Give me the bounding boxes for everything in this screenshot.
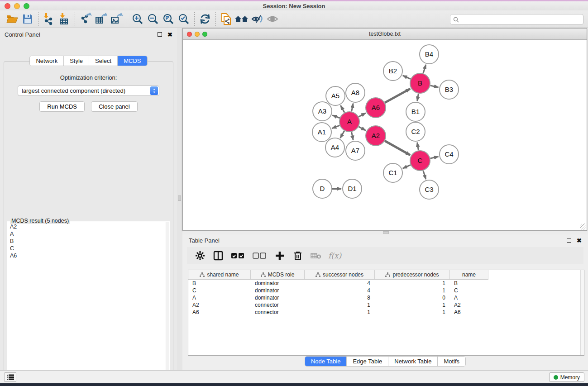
hide-details-icon[interactable]: [249, 12, 265, 26]
edge-B-B2[interactable]: [403, 76, 411, 79]
table-row[interactable]: Adominator80A: [188, 294, 488, 301]
table-row[interactable]: Bdominator41B: [188, 280, 488, 287]
column-header-successor-nodes[interactable]: successor nodes: [305, 270, 375, 279]
tab-mcds[interactable]: MCDS: [118, 56, 147, 66]
edge-C-C3[interactable]: [423, 171, 426, 179]
export-image-icon[interactable]: [109, 12, 124, 26]
zoom-fit-icon[interactable]: [161, 12, 176, 26]
edge-C-C4[interactable]: [430, 157, 438, 158]
zoom-selected-icon[interactable]: [176, 12, 191, 26]
edge-C-C2[interactable]: [417, 143, 419, 151]
mcds-result-item[interactable]: A6: [10, 252, 166, 259]
vertical-split-divider[interactable]: [177, 28, 182, 370]
edge-A-A2[interactable]: [359, 127, 366, 130]
graph-node-C1[interactable]: C1: [383, 163, 402, 182]
zoom-in-icon[interactable]: [130, 12, 145, 26]
edge-A-A5[interactable]: [340, 105, 344, 113]
table-scrollbar[interactable]: [580, 270, 584, 355]
graph-node-B3[interactable]: B3: [440, 80, 459, 99]
delete-table-icon[interactable]: [310, 250, 322, 262]
graph-node-A2[interactable]: A2: [366, 126, 386, 146]
tab-network[interactable]: Network: [30, 56, 64, 66]
graph-node-A3[interactable]: A3: [313, 102, 332, 121]
edge-A-A4[interactable]: [340, 131, 344, 138]
tab-style[interactable]: Style: [64, 56, 89, 66]
task-history-button[interactable]: [5, 372, 16, 382]
graph-node-B2[interactable]: B2: [383, 62, 402, 81]
table-row[interactable]: Cdominator41C: [188, 287, 488, 294]
graph-node-A8[interactable]: A8: [346, 83, 365, 102]
edge-A-A8[interactable]: [352, 104, 354, 112]
zoom-out-icon[interactable]: [145, 12, 161, 26]
table-row[interactable]: A2connector11A2: [188, 301, 488, 309]
graph-node-A4[interactable]: A4: [325, 138, 344, 157]
mcds-result-item[interactable]: A: [10, 230, 166, 238]
deselect-all-icon[interactable]: [252, 250, 268, 262]
mcds-result-item[interactable]: B: [10, 238, 166, 245]
tab-select[interactable]: Select: [89, 56, 118, 66]
tab-motifs[interactable]: Motifs: [438, 357, 465, 366]
close-panel-button[interactable]: Close panel: [91, 101, 138, 112]
window-resize-grip[interactable]: [580, 224, 586, 230]
node-table[interactable]: shared nameMCDS rolesuccessor nodesprede…: [188, 270, 584, 356]
edge-A-A7[interactable]: [352, 132, 354, 140]
edge-A-A1[interactable]: [332, 125, 339, 128]
graph-node-A[interactable]: A: [339, 112, 359, 132]
mcds-result-item[interactable]: C: [10, 245, 166, 252]
network-canvas[interactable]: B4B2BB3B1A5A8A6A3AA1A4A7A2C2C4CC1C3DD1: [183, 40, 587, 230]
edge-B-B1[interactable]: [417, 94, 419, 101]
refresh-layout-icon[interactable]: [197, 12, 213, 26]
graph-node-A6[interactable]: A6: [366, 98, 386, 118]
close-panel-icon[interactable]: ✖: [167, 31, 172, 38]
float-panel-icon[interactable]: [567, 238, 571, 243]
import-table-icon[interactable]: [57, 12, 72, 26]
graph-node-B4[interactable]: B4: [420, 45, 439, 64]
divider-handle[interactable]: [178, 195, 181, 201]
tab-node-table[interactable]: Node Table: [305, 357, 347, 366]
graph-node-D[interactable]: D: [313, 179, 332, 198]
column-header-MCDS-role[interactable]: MCDS role: [251, 270, 305, 279]
graph-node-B1[interactable]: B1: [406, 102, 425, 121]
search-input[interactable]: [461, 16, 583, 23]
edge-A-A6[interactable]: [359, 113, 366, 117]
run-mcds-button[interactable]: Run MCDS: [39, 101, 85, 112]
edge-A2-C[interactable]: [385, 141, 410, 155]
graph-node-B[interactable]: B: [410, 73, 430, 93]
graph-node-A1[interactable]: A1: [312, 123, 331, 142]
network-graph[interactable]: B4B2BB3B1A5A8A6A3AA1A4A7A2C2C4CC1C3DD1: [183, 40, 587, 230]
column-header-predecessor-nodes[interactable]: predecessor nodes: [375, 270, 450, 279]
select-all-icon[interactable]: [230, 250, 246, 262]
save-session-icon[interactable]: [20, 12, 35, 26]
graph-node-C2[interactable]: C2: [406, 122, 425, 141]
add-column-icon[interactable]: [274, 250, 286, 262]
edge-A6-B[interactable]: [385, 89, 410, 103]
edge-B-B4[interactable]: [423, 65, 426, 73]
graph-node-C4[interactable]: C4: [440, 145, 459, 164]
edge-B-B3[interactable]: [430, 86, 438, 87]
tab-edge-table[interactable]: Edge Table: [347, 357, 388, 366]
graph-node-C[interactable]: C: [410, 151, 430, 171]
import-network-icon[interactable]: [41, 12, 57, 26]
float-panel-icon[interactable]: [158, 32, 162, 37]
show-details-icon[interactable]: [265, 12, 280, 26]
show-column-icon[interactable]: [212, 250, 224, 262]
graph-node-A7[interactable]: A7: [346, 141, 365, 160]
horizontal-split-divider[interactable]: [182, 231, 588, 234]
graph-node-A5[interactable]: A5: [326, 86, 345, 105]
result-list-scrollbar[interactable]: [166, 222, 169, 371]
export-table-icon[interactable]: [93, 12, 109, 26]
export-network-icon[interactable]: [78, 12, 93, 26]
search-field[interactable]: [450, 14, 583, 25]
table-row[interactable]: A6connector11A6: [188, 309, 488, 316]
close-panel-icon[interactable]: ✖: [577, 237, 582, 244]
edge-A-A3[interactable]: [332, 115, 339, 118]
column-header-name[interactable]: name: [450, 270, 488, 279]
open-file-icon[interactable]: [5, 12, 20, 26]
function-builder-icon[interactable]: f(x): [328, 251, 341, 260]
divider-handle[interactable]: [383, 231, 389, 234]
delete-column-icon[interactable]: [292, 250, 304, 262]
graph-node-C3[interactable]: C3: [420, 180, 439, 199]
memory-button[interactable]: Memory: [549, 372, 584, 382]
mcds-result-item[interactable]: A2: [10, 223, 166, 230]
column-header-shared-name[interactable]: shared name: [188, 270, 251, 279]
